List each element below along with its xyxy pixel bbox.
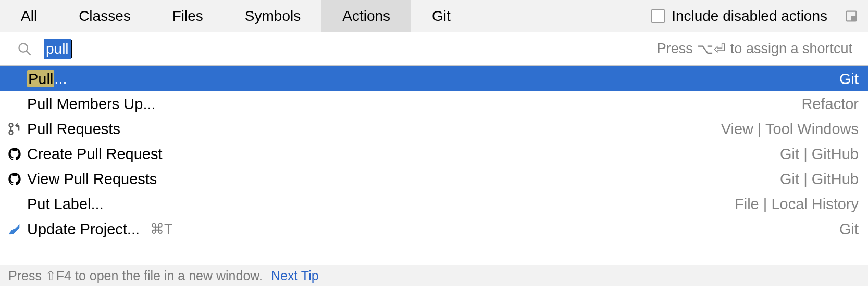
svg-rect-1 (851, 16, 856, 21)
svg-point-4 (9, 124, 13, 127)
result-row[interactable]: Pull Members Up...Refactor (0, 91, 868, 116)
tab-git[interactable]: Git (411, 0, 472, 32)
tab-symbols[interactable]: Symbols (224, 0, 321, 32)
result-row[interactable]: Create Pull RequestGit | GitHub (0, 141, 868, 166)
result-context: Git (839, 221, 859, 238)
results-list: Pull...GitPull Members Up...RefactorPull… (0, 66, 868, 265)
result-label: Put Label... (27, 196, 104, 213)
blank-icon (6, 70, 23, 87)
tab-files[interactable]: Files (152, 0, 224, 32)
text-caret (71, 40, 72, 58)
result-context: View | Tool Windows (721, 121, 859, 138)
result-row[interactable]: Pull RequestsView | Tool Windows (0, 116, 868, 141)
search-input[interactable]: pull (44, 39, 72, 59)
include-disabled-actions[interactable]: Include disabled actions (651, 8, 835, 25)
result-label: Pull... (27, 70, 67, 88)
include-disabled-checkbox[interactable] (651, 9, 665, 23)
result-shortcut: ⌘T (150, 221, 173, 237)
blank-icon (6, 96, 23, 112)
assign-shortcut-hint: Press ⌥⏎ to assign a shortcut (657, 41, 852, 57)
result-context: Git | GitHub (780, 146, 859, 163)
search-query-text: pull (44, 39, 71, 59)
result-label: View Pull Requests (27, 171, 157, 188)
search-icon (17, 41, 32, 57)
pin-icon[interactable] (844, 9, 859, 23)
status-tip: Press ⇧F4 to open the file in a new wind… (8, 268, 263, 283)
result-context: Git | GitHub (780, 171, 859, 188)
tab-actions[interactable]: Actions (321, 0, 411, 32)
result-label: Pull Requests (27, 121, 120, 138)
search-tabs: All Classes Files Symbols Actions Git In… (0, 0, 868, 32)
tab-all[interactable]: All (0, 0, 58, 32)
result-label: Create Pull Request (27, 146, 163, 163)
github-icon (6, 146, 23, 162)
search-row: pull Press ⌥⏎ to assign a shortcut (0, 32, 868, 66)
result-context: Git (839, 70, 859, 88)
svg-point-2 (19, 43, 28, 52)
result-row[interactable]: Pull...Git (0, 66, 868, 91)
result-label: Pull Members Up... (27, 96, 156, 113)
result-label: Update Project... (27, 221, 140, 238)
tab-classes[interactable]: Classes (58, 0, 152, 32)
pull-request-icon (6, 121, 23, 137)
result-row[interactable]: View Pull RequestsGit | GitHub (0, 166, 868, 192)
blank-icon (6, 196, 23, 212)
result-context: File | Local History (735, 196, 859, 213)
github-icon (6, 171, 23, 187)
status-bar: Press ⇧F4 to open the file in a new wind… (0, 265, 868, 286)
result-row[interactable]: Put Label...File | Local History (0, 192, 868, 217)
result-context: Refactor (801, 96, 859, 113)
next-tip-link[interactable]: Next Tip (271, 268, 319, 283)
result-row[interactable]: Update Project...⌘TGit (0, 217, 868, 242)
include-disabled-label: Include disabled actions (672, 8, 827, 25)
update-icon (6, 221, 23, 237)
svg-point-5 (9, 131, 13, 135)
svg-line-3 (27, 51, 31, 55)
